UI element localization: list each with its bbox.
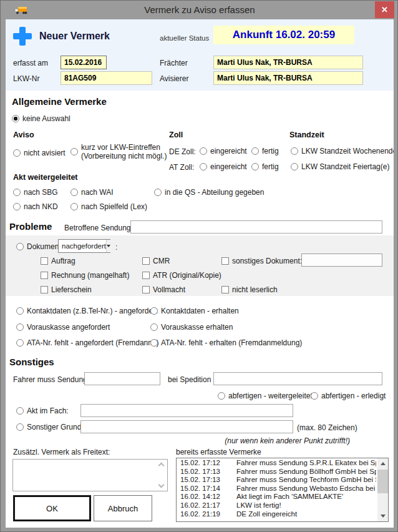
radio-icon[interactable] [16,323,24,331]
radio-label[interactable]: ATA-Nr. fehlt - erhalten (Fremdanmeldung… [161,338,302,347]
radio-abfertigen-erledigt[interactable]: abfertigen - erledigt [311,392,386,400]
checkbox-atr[interactable]: ATR (Original/Kopie) [142,271,221,280]
radio-label[interactable]: eingereicht [210,162,247,171]
radio-label[interactable]: in die QS - Abteilung gegeben [165,188,264,197]
list-item[interactable]: 16.02. 14:12 Akt liegt im Fach 'SAMMELAK… [177,493,377,501]
vermerke-list[interactable]: 15.02. 17:12 Fahrer muss Sendung S.P.R.L… [176,458,389,522]
radio-label[interactable]: LKW Standzeit Wochenende [301,147,394,155]
radio-label[interactable]: LKW Standzeit Feiertag(e) [301,162,389,171]
radio-icon[interactable] [16,307,24,315]
sonstiger-grund-input[interactable] [80,420,293,433]
radio-vorauskasse-angefordert[interactable]: Vorauskasse angefordert [16,323,110,332]
radio-sonstiger-grund[interactable]: Sonstiger Grund: [16,423,84,431]
checkbox-label[interactable]: sonstiges Dokument: [232,257,302,265]
ok-button[interactable]: OK [13,495,91,521]
radio-label[interactable]: nach SBG [24,188,58,197]
radio-kontaktdaten-erhalten[interactable]: Kontaktdaten - erhalten [150,307,239,315]
radio-qs-abteilung[interactable]: in die QS - Abteilung gegeben [154,188,264,197]
checkbox-icon[interactable] [221,286,229,293]
radio-keine-auswahl[interactable]: keine Auswahl [12,114,70,123]
radio-icon[interactable] [251,163,259,170]
radio-nach-wai[interactable]: nach WAI [70,188,114,197]
radio-icon[interactable] [200,147,207,155]
radio-icon[interactable] [251,147,259,155]
radio-icon[interactable] [16,339,24,347]
radio-icon[interactable] [16,243,24,250]
list-item[interactable]: 16.02. 21:17 LKW ist fertig! [177,501,377,510]
radio-icon[interactable] [16,407,24,415]
radio-label[interactable]: Kontaktdaten - erhalten [161,307,239,315]
radio-icon[interactable] [150,323,158,331]
erfasst-am-field[interactable]: 15.02.2016 [61,56,107,69]
list-scrollbar[interactable] [377,458,388,521]
radio-de-zoll-eingereicht[interactable]: eingereicht [200,147,247,155]
checkbox-label[interactable]: ATR (Original/Kopie) [153,271,221,280]
list-item[interactable]: 15.02. 17:13 Fahrer muss Sendung Böllhof… [177,468,377,476]
radio-label[interactable]: abfertigen - weitergeleitet [228,392,313,400]
checkbox-nicht-leserlich[interactable]: nicht leserlich [221,285,278,294]
radio-label[interactable]: ATA-Nr. fehlt - angefordert (Fremdanm.) [27,338,159,347]
radio-nach-sbg[interactable]: nach SBG [13,188,58,197]
radio-label[interactable]: Vorauskasse erhalten [161,323,233,332]
checkbox-icon[interactable] [142,257,150,265]
scroll-thumb[interactable] [377,470,388,493]
betroffene-sendungen-input[interactable] [130,220,382,234]
radio-icon[interactable] [154,189,162,196]
checkbox-rechnung[interactable]: Rechnung (mangelhaft) [41,271,129,280]
spedition-input[interactable] [213,372,382,385]
close-button[interactable]: ✕ [375,1,394,18]
radio-icon[interactable] [12,115,19,122]
radio-label[interactable]: Vorauskasse angefordert [27,323,110,332]
radio-label[interactable]: nach NKD [24,202,58,211]
checkbox-icon[interactable] [41,257,48,265]
radio-icon[interactable] [70,203,78,210]
checkbox-label[interactable]: Vollmacht [153,285,185,294]
checkbox-icon[interactable] [41,272,48,279]
radio-icon[interactable] [13,189,21,196]
radio-standzeit-feiertag[interactable]: LKW Standzeit Feiertag(e) [291,162,389,171]
radio-icon[interactable] [70,189,78,196]
radio-label[interactable]: nicht avisiert [24,149,66,157]
radio-icon[interactable] [150,339,158,347]
radio-label[interactable]: abfertigen - erledigt [321,392,386,400]
checkbox-sonstiges-dokument[interactable]: sonstiges Dokument: [221,257,302,265]
radio-standzeit-wochenende[interactable]: LKW Standzeit Wochenende [291,147,394,155]
list-item[interactable]: 15.02. 17:13 Fahrer muss Sendung Techfor… [177,476,377,485]
radio-vorauskasse-erhalten[interactable]: Vorauskasse erhalten [150,323,233,332]
radio-kontaktdaten-angefordert[interactable]: Kontaktdaten (z.B.Tel-Nr.) - angefordert [16,307,157,315]
list-item[interactable]: 16.02. 21:19 DE Zoll eingereicht [177,510,377,519]
checkbox-vollmacht[interactable]: Vollmacht [142,285,185,294]
radio-label[interactable]: eingereicht [210,147,247,155]
fahrer-sendung-input[interactable] [84,372,160,385]
radio-ata-erhalten[interactable]: ATA-Nr. fehlt - erhalten (Fremdanmeldung… [150,338,302,347]
radio-icon[interactable] [16,423,24,431]
chevron-down-icon[interactable] [158,482,165,488]
scroll-up-button[interactable] [377,458,388,469]
radio-label[interactable]: keine Auswahl [22,114,70,123]
radio-icon[interactable] [70,148,78,155]
checkbox-icon[interactable] [142,272,150,279]
chevron-down-icon[interactable] [106,240,110,252]
checkbox-label[interactable]: Auftrag [51,257,75,265]
radio-label[interactable]: kurz vor LKW-Eintreffen (Vorbereitung ni… [81,143,167,160]
radio-label[interactable]: fertig [262,147,279,155]
radio-icon[interactable] [13,203,21,210]
textarea-scrollbar[interactable] [157,460,167,490]
lkw-nr-field[interactable]: 81AG509 [61,71,152,85]
checkbox-lieferschein[interactable]: Lieferschein [41,285,92,294]
radio-at-zoll-fertig[interactable]: fertig [251,162,279,171]
radio-ata-angefordert[interactable]: ATA-Nr. fehlt - angefordert (Fremdanm.) [16,338,159,347]
checkbox-icon[interactable] [142,286,150,293]
radio-label[interactable]: Sonstiger Grund: [27,423,84,431]
checkbox-cmr[interactable]: CMR [142,257,170,265]
freitext-textarea[interactable] [12,459,168,491]
checkbox-icon[interactable] [221,257,229,265]
radio-label[interactable]: Kontaktdaten (z.B.Tel-Nr.) - angefordert [27,307,157,315]
sonstiges-dokument-input[interactable] [301,254,382,267]
abbruch-button[interactable]: Abbruch [94,495,152,521]
radio-icon[interactable] [291,163,298,170]
checkbox-label[interactable]: Rechnung (mangelhaft) [51,271,129,280]
list-item[interactable]: 15.02. 17:12 Fahrer muss Sendung S.P.R.L… [177,459,377,468]
radio-de-zoll-fertig[interactable]: fertig [251,147,279,155]
radio-abfertigen-weitergeleitet[interactable]: abfertigen - weitergeleitet [218,392,313,400]
